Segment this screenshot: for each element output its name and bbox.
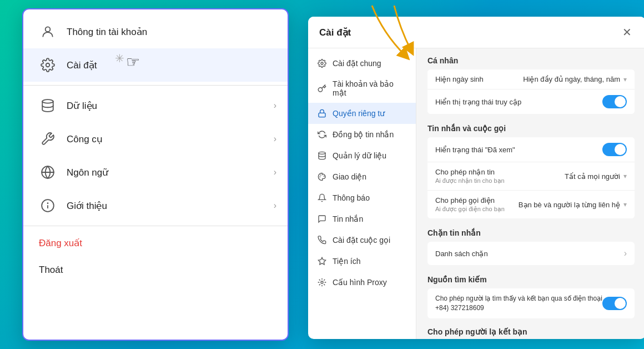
exit-button[interactable]: Thoát bbox=[23, 257, 288, 283]
utilities-nav-label: Tiện ích bbox=[333, 257, 361, 266]
sidebar-panel: Thông tin tài khoản Cài đặt ☞ ✳ bbox=[22, 8, 289, 341]
exit-label: Thoát bbox=[39, 265, 63, 275]
modal-header: Cài đặt ✕ bbox=[308, 17, 644, 48]
account-security-nav-label: Tài khoản và bảo mật bbox=[333, 79, 407, 97]
block-section-title: Chặn tin nhắn bbox=[427, 221, 635, 242]
divider-2 bbox=[23, 226, 288, 226]
about-label: Giới thiệu bbox=[67, 200, 107, 212]
cursor-icon: ☞ bbox=[126, 53, 140, 71]
language-label: Ngôn ngữ bbox=[67, 167, 108, 178]
logout-label: Đăng xuất bbox=[39, 238, 82, 248]
tools-label: Công cụ bbox=[67, 133, 103, 145]
receive-message-dropdown-icon: ▾ bbox=[623, 172, 627, 180]
data-arrow-icon: › bbox=[274, 101, 276, 111]
svg-point-10 bbox=[319, 152, 325, 154]
birthday-dropdown-icon: ▾ bbox=[623, 76, 627, 83]
sidebar-navigation: Thông tin tài khoản Cài đặt ☞ ✳ bbox=[23, 9, 288, 289]
svg-point-0 bbox=[46, 27, 51, 32]
key-icon bbox=[317, 83, 327, 93]
settings-nav-proxy[interactable]: Cấu hình Proxy bbox=[308, 272, 416, 293]
sync-nav-label: Đồng bộ tin nhắn bbox=[333, 130, 394, 139]
search-phone-row: Cho phép người lạ tìm thấy và kết bạn qu… bbox=[427, 288, 635, 318]
search-phone-toggle[interactable] bbox=[602, 297, 627, 310]
settings-nav-messages[interactable]: Tin nhắn bbox=[308, 208, 416, 230]
settings-nav-utilities[interactable]: Tiện ích bbox=[308, 251, 416, 272]
birthday-value-text: Hiện đầy đủ ngày, tháng, năm bbox=[523, 75, 620, 83]
proxy-nav-label: Cấu hình Proxy bbox=[333, 278, 387, 287]
svg-rect-9 bbox=[319, 113, 325, 117]
svg-point-13 bbox=[320, 175, 321, 176]
allow-call-row: Cho phép gọi điện Ai được gọi điện cho b… bbox=[427, 191, 635, 218]
messages-calls-section-card: Hiển trạng thái "Đã xem" Cho phép nhận t… bbox=[427, 137, 635, 218]
personal-section-card: Hiện ngày sinh Hiện đầy đủ ngày, tháng, … bbox=[427, 69, 635, 114]
globe-icon bbox=[39, 163, 57, 181]
seen-status-label: Hiển trạng thái "Đã xem" bbox=[435, 146, 515, 154]
svg-point-11 bbox=[323, 174, 323, 175]
settings-nav-call-settings[interactable]: Cài đặt cuộc gọi bbox=[308, 230, 416, 251]
message-icon bbox=[317, 214, 327, 224]
receive-message-value-text: Tất cả mọi người bbox=[565, 172, 620, 181]
blocked-list-label: Danh sách chặn bbox=[435, 250, 488, 258]
allow-call-value-text: Bạn bè và người lạ từng liên hệ bbox=[519, 201, 620, 209]
svg-point-12 bbox=[324, 176, 324, 177]
receive-message-value[interactable]: Tất cả mọi người ▾ bbox=[565, 172, 627, 181]
wrench-icon bbox=[39, 130, 57, 148]
access-status-row: Hiển thị trạng thái truy cập bbox=[427, 89, 635, 114]
interface-nav-label: Giao diện bbox=[333, 172, 366, 181]
modal-body: Cài đặt chung Tài khoản và bảo mật bbox=[308, 48, 644, 339]
sidebar-item-account[interactable]: Thông tin tài khoản bbox=[23, 15, 288, 48]
access-status-toggle[interactable] bbox=[602, 95, 627, 108]
close-button[interactable]: ✕ bbox=[619, 24, 635, 40]
settings-nav-data-manage[interactable]: Quản lý dữ liệu bbox=[308, 145, 416, 166]
divider-1 bbox=[23, 85, 288, 86]
bell-icon bbox=[317, 193, 327, 203]
sidebar-item-data[interactable]: Dữ liệu › bbox=[23, 89, 288, 122]
friend-request-section-title: Cho phép người lạ kết bạn bbox=[427, 320, 635, 339]
blocked-list-row[interactable]: Danh sách chặn › bbox=[427, 242, 635, 265]
settings-nav-sync[interactable]: Đồng bộ tin nhắn bbox=[308, 124, 416, 145]
sidebar-item-about[interactable]: Giới thiệu › bbox=[23, 189, 288, 222]
logout-button[interactable]: Đăng xuất bbox=[23, 230, 288, 257]
svg-marker-15 bbox=[318, 257, 325, 265]
language-arrow-icon: › bbox=[274, 167, 276, 177]
settings-nav-account-security[interactable]: Tài khoản và bảo mật bbox=[308, 74, 416, 103]
settings-modal: Cài đặt ✕ Cài đặt chung Tài khoản bbox=[308, 17, 644, 339]
svg-point-8 bbox=[321, 62, 323, 64]
svg-point-14 bbox=[320, 177, 320, 177]
search-phone-label: Cho phép người lạ tìm thấy và kết bạn qu… bbox=[435, 294, 602, 313]
allow-call-sub: Ai được gọi điện cho bạn bbox=[435, 206, 505, 213]
blocked-list-arrow-icon: › bbox=[624, 248, 627, 258]
settings-nav-interface[interactable]: Giao diện bbox=[308, 166, 416, 187]
personal-section-title: Cá nhân bbox=[427, 48, 635, 69]
allow-call-dropdown-icon: ▾ bbox=[623, 201, 627, 208]
gear-icon bbox=[39, 56, 57, 74]
seen-status-row: Hiển trạng thái "Đã xem" bbox=[427, 137, 635, 162]
sparkle-icon: ✳ bbox=[115, 52, 124, 65]
sidebar-item-tools[interactable]: Công cụ › bbox=[23, 122, 288, 156]
birthday-value[interactable]: Hiện đầy đủ ngày, tháng, năm ▾ bbox=[523, 75, 627, 83]
seen-status-toggle[interactable] bbox=[602, 143, 627, 156]
gear-small-icon bbox=[317, 58, 327, 68]
allow-call-value[interactable]: Bạn bè và người lạ từng liên hệ ▾ bbox=[519, 201, 627, 209]
modal-title: Cài đặt bbox=[319, 27, 351, 38]
account-label: Thông tin tài khoản bbox=[67, 26, 147, 38]
settings-nav: Cài đặt chung Tài khoản và bảo mật bbox=[308, 48, 416, 339]
lock-icon bbox=[317, 108, 327, 118]
star-icon bbox=[317, 256, 327, 266]
user-icon bbox=[39, 23, 57, 41]
settings-nav-general[interactable]: Cài đặt chung bbox=[308, 53, 416, 74]
receive-message-row: Cho phép nhận tin Ai được nhận tin cho b… bbox=[427, 162, 635, 191]
birthday-row: Hiện ngày sinh Hiện đầy đủ ngày, tháng, … bbox=[427, 69, 635, 89]
receive-message-label: Cho phép nhận tin bbox=[435, 168, 505, 176]
settings-nav-privacy[interactable]: Quyền riêng tư bbox=[308, 103, 416, 124]
messages-calls-section-title: Tin nhắn và cuộc gọi bbox=[427, 116, 635, 137]
database-icon bbox=[39, 97, 57, 114]
palette-icon bbox=[317, 172, 327, 182]
sidebar-item-settings[interactable]: Cài đặt ☞ ✳ bbox=[23, 48, 288, 82]
sync-icon bbox=[317, 129, 327, 139]
access-status-label: Hiển thị trạng thái truy cập bbox=[435, 98, 521, 106]
sidebar-item-language[interactable]: Ngôn ngữ › bbox=[23, 156, 288, 189]
svg-point-16 bbox=[321, 281, 323, 283]
svg-point-2 bbox=[42, 99, 53, 103]
settings-nav-notifications[interactable]: Thông báo bbox=[308, 187, 416, 208]
